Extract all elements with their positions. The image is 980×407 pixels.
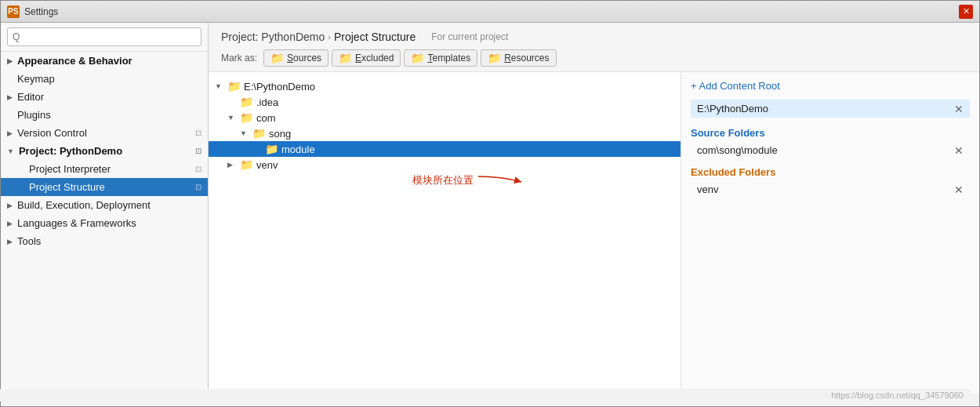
arrow-icon: ▶ (7, 129, 13, 137)
excluded-folders-label: Excluded Folders (691, 166, 970, 178)
tree-item-label: song (269, 128, 291, 140)
mark-sources-button[interactable]: 📁 Sources (263, 49, 328, 67)
remove-root-button[interactable]: ✕ (954, 104, 964, 114)
sidebar-item-appearance[interactable]: ▶ Appearance & Behavior (1, 52, 208, 70)
sidebar-item-version-control[interactable]: ▶ Version Control ⊡ (1, 124, 208, 142)
sidebar-item-project[interactable]: ▼ Project: PythonDemo ⊡ (1, 142, 208, 160)
content-area: Project: PythonDemo › Project Structure … (209, 23, 979, 394)
tree-item-venv[interactable]: ▶ 📁 venv (209, 157, 681, 173)
arrow-icon: ▶ (7, 238, 13, 245)
annotation-text: 模块所在位置 (412, 173, 474, 187)
search-input[interactable] (7, 27, 201, 46)
window-title: Settings (24, 6, 58, 17)
sidebar-item-label: Appearance & Behavior (17, 55, 132, 67)
source-folder-entry: com\song\module ✕ (691, 142, 970, 158)
folder-icon: 📁 (240, 96, 253, 108)
excluded-folder-path: venv (697, 184, 718, 195)
sidebar-item-label: Plugins (17, 109, 51, 121)
mark-resources-button[interactable]: 📁 Resources (481, 49, 556, 67)
remove-excluded-button[interactable]: ✕ (954, 184, 964, 195)
tree-item-idea[interactable]: 📁 .idea (209, 94, 681, 110)
titlebar-left: PS Settings (7, 5, 58, 18)
mark-as-label: Mark as: (221, 53, 257, 64)
tree-item-label: E:\PythonDemo (244, 81, 315, 93)
sidebar-item-tools[interactable]: ▶ Tools (1, 232, 208, 250)
root-path-item: E:\PythonDemo ✕ (691, 100, 970, 118)
excluded-folder-entry: venv ✕ (691, 181, 970, 198)
sidebar-item-label: Keymap (17, 73, 55, 85)
excluded-folder-icon: 📁 (339, 52, 352, 64)
arrow-icon: ▶ (7, 220, 13, 227)
sidebar-item-project-structure[interactable]: Project Structure ⊡ (1, 178, 208, 196)
arrow-icon: ▶ (7, 93, 13, 101)
excluded-label: Excluded (355, 53, 394, 64)
annotation-label: 模块所在位置 (412, 173, 525, 188)
right-panel: + Add Content Root E:\PythonDemo ✕ Sourc… (681, 72, 979, 394)
root-path-text: E:\PythonDemo (697, 103, 768, 114)
remove-source-button[interactable]: ✕ (954, 145, 964, 156)
folder-icon: 📁 (252, 127, 266, 140)
annotation-arrow (478, 173, 525, 188)
tree-item-label: module (281, 144, 315, 155)
search-area (1, 23, 208, 52)
sidebar-item-label: Project Structure (29, 181, 105, 193)
tree-item-com[interactable]: ▼ 📁 com (209, 110, 681, 125)
source-folders-label: Source Folders (691, 127, 970, 139)
folder-icon: 📁 (265, 143, 278, 155)
resources-folder-icon: 📁 (488, 52, 501, 64)
main-content: ▶ Appearance & Behavior ▶ Keymap ▶ Edito… (1, 23, 979, 394)
sidebar-item-label: Project: PythonDemo (19, 145, 122, 157)
expand-icon: ▶ (227, 161, 237, 169)
sources-folder-icon: 📁 (270, 52, 284, 64)
split-view: ▼ 📁 E:\PythonDemo 📁 .idea ▼ 📁 com (209, 72, 979, 394)
app-icon: PS (7, 5, 20, 18)
sidebar-item-project-interpreter[interactable]: Project Interpreter ⊡ (1, 160, 208, 178)
sidebar-item-editor[interactable]: ▶ Editor (1, 88, 208, 106)
sidebar-item-keymap[interactable]: ▶ Keymap (1, 70, 208, 88)
expand-icon: ▼ (227, 114, 237, 122)
resources-label: Resources (504, 53, 549, 64)
copy-icon: ⊡ (195, 183, 201, 191)
content-header: Project: PythonDemo › Project Structure … (209, 23, 979, 72)
sidebar-item-build[interactable]: ▶ Build, Execution, Deployment (1, 196, 208, 214)
sidebar-item-label: Editor (17, 91, 44, 103)
arrow-icon: ▶ (7, 57, 13, 65)
copy-icon: ⊡ (195, 165, 201, 173)
sidebar-item-languages[interactable]: ▶ Languages & Frameworks (1, 214, 208, 232)
titlebar: PS Settings ✕ (1, 1, 979, 23)
for-project-text: For current project (431, 31, 508, 42)
mark-excluded-button[interactable]: 📁 Excluded (332, 49, 401, 67)
close-button[interactable]: ✕ (959, 5, 973, 19)
watermark: https://blog.csdn.net/qq_34579060 (0, 389, 971, 402)
sidebar-item-label: Tools (17, 235, 41, 247)
arrow-icon: ▼ (7, 147, 14, 155)
mark-as-bar: Mark as: 📁 Sources 📁 Excluded 📁 Template… (221, 49, 967, 67)
source-folder-path: com\song\module (697, 144, 778, 156)
folder-icon: 📁 (227, 80, 241, 93)
breadcrumb-section: Project Structure (334, 31, 416, 43)
expand-icon: ▼ (240, 129, 249, 137)
add-content-root-label: + Add Content Root (691, 80, 780, 92)
tree-item-song[interactable]: ▼ 📁 song (209, 125, 681, 141)
sidebar: ▶ Appearance & Behavior ▶ Keymap ▶ Edito… (1, 23, 209, 394)
templates-folder-icon: 📁 (411, 52, 424, 64)
sources-label: Sources (287, 53, 321, 64)
sidebar-item-plugins[interactable]: ▶ Plugins (1, 106, 208, 124)
sidebar-item-label: Project Interpreter (29, 163, 111, 175)
sidebar-item-label: Languages & Frameworks (17, 217, 136, 229)
mark-templates-button[interactable]: 📁 Templates (404, 49, 477, 67)
copy-icon: ⊡ (195, 129, 201, 137)
tree-item-label: venv (256, 159, 278, 171)
tree-item-module[interactable]: 📁 module (209, 141, 681, 157)
arrow-icon: ▶ (7, 202, 13, 209)
add-content-root-button[interactable]: + Add Content Root (691, 80, 970, 92)
templates-label: Templates (427, 53, 470, 64)
copy-icon: ⊡ (195, 147, 201, 155)
root-path-section: E:\PythonDemo ✕ (691, 100, 970, 118)
expand-icon: ▼ (215, 82, 224, 90)
sidebar-item-label: Version Control (17, 127, 87, 139)
sidebar-item-label: Build, Execution, Deployment (17, 199, 151, 211)
tree-item-root[interactable]: ▼ 📁 E:\PythonDemo (209, 78, 681, 94)
tree-panel: ▼ 📁 E:\PythonDemo 📁 .idea ▼ 📁 com (209, 72, 681, 394)
tree-item-label: .idea (256, 96, 278, 108)
